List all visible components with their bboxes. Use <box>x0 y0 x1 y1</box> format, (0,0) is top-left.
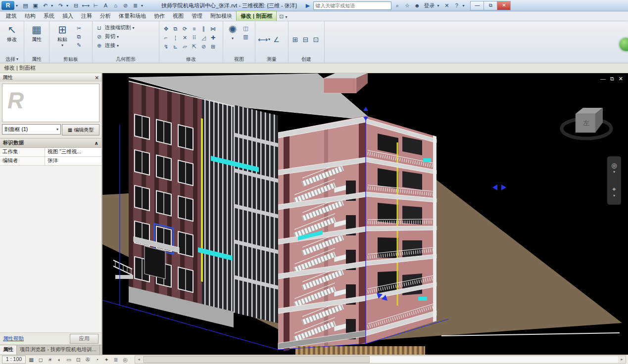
contextual-extra-tab[interactable]: ⊡ ▾ <box>277 12 290 21</box>
search-input[interactable] <box>313 1 391 10</box>
properties-help-link[interactable]: 属性帮助 <box>3 335 24 342</box>
detail-level-icon[interactable]: ▦ <box>27 356 35 364</box>
exchange-apps-icon[interactable]: ✕ <box>442 1 451 10</box>
edit-type-button[interactable]: ▦ 编辑类型 <box>62 124 99 136</box>
scroll-right-icon[interactable]: ▸ <box>618 356 626 363</box>
apply-button[interactable]: 应用 <box>70 334 98 344</box>
help-icon[interactable]: ? <box>452 1 461 10</box>
scale-icon[interactable]: ◿ <box>199 34 208 42</box>
tab-insert[interactable]: 插入 <box>58 11 77 21</box>
shadows-icon[interactable]: ◐ <box>55 356 63 364</box>
reveal-hidden-icon[interactable]: ✦ <box>102 356 110 364</box>
align-icon[interactable]: ≡ <box>190 25 198 33</box>
steering-wheel-icon[interactable]: ◎▾ <box>611 162 617 175</box>
viewport-minimize-button[interactable]: — <box>600 76 606 82</box>
app-menu-dropdown-icon[interactable]: ▾ <box>16 3 20 8</box>
undo-icon[interactable]: ↶ <box>41 1 49 10</box>
zoom-tool-icon[interactable]: ⌖▾ <box>612 186 616 199</box>
help-dropdown-icon[interactable]: ▾ <box>462 3 466 8</box>
forward-icon[interactable]: ▶ <box>303 1 312 10</box>
properties-toggle-button[interactable]: ▦ 属性 <box>27 23 47 43</box>
split-icon[interactable]: ¦ <box>171 34 180 42</box>
panel-label-select[interactable]: 选择▾ <box>0 55 24 63</box>
tab-architecture[interactable]: 建筑 <box>2 11 21 21</box>
tab-project-browser[interactable]: 项目浏览器 - 技师学院机电培训... <box>17 345 100 355</box>
thin-lines-icon[interactable]: ≣ <box>131 1 140 10</box>
match-type-icon[interactable]: ✎ <box>75 41 83 49</box>
worksharing-display-icon[interactable]: ✇ <box>84 356 92 364</box>
rotate-icon[interactable]: ⟳ <box>181 25 189 33</box>
tab-properties-palette[interactable]: 属性 <box>0 345 17 355</box>
displace-elements-icon[interactable]: ▥ <box>242 33 250 41</box>
undo-dropdown-icon[interactable]: ▾ <box>51 3 55 8</box>
temporary-hide-icon[interactable]: ◔ <box>93 356 101 364</box>
sun-path-icon[interactable]: ☀ <box>46 356 54 364</box>
sign-in-dropdown-icon[interactable]: ▾ <box>437 3 441 8</box>
copy-icon[interactable]: ⧉ <box>171 25 180 33</box>
tab-modify-section-box[interactable]: 修改 | 剖面框 <box>236 11 277 21</box>
default-3d-view-icon[interactable]: ⌂ <box>111 1 120 10</box>
print-icon[interactable]: ⊟ <box>72 1 80 10</box>
minimize-button[interactable]: — <box>470 1 484 10</box>
array-icon[interactable]: ⠿ <box>190 34 198 42</box>
save-icon[interactable]: ▣ <box>31 1 40 10</box>
tab-massing-site[interactable]: 体量和场地 <box>115 11 150 21</box>
unpin-icon[interactable]: ↯ <box>162 43 170 50</box>
tab-structure[interactable]: 结构 <box>21 11 40 21</box>
constraints-icon[interactable]: ◎ <box>121 356 129 364</box>
crop-region-icon[interactable]: ▭ <box>65 356 73 364</box>
delete-icon[interactable]: ✕ <box>181 34 189 42</box>
paint-icon[interactable]: ▱ <box>181 43 189 50</box>
measure-dropdown-icon[interactable]: ▾ <box>268 37 270 42</box>
cut-geometry-button[interactable]: ⊘ 剪切 ▾ <box>95 32 156 41</box>
search-icon[interactable]: ⌕ <box>393 1 401 10</box>
application-menu-button[interactable]: R <box>1 1 14 10</box>
measure-icon[interactable]: ⟷ <box>82 1 90 10</box>
scrollbar-thumb[interactable] <box>143 356 370 363</box>
panel-label-properties[interactable]: 属性 <box>24 55 49 63</box>
copy-to-clipboard-icon[interactable]: ⧉ <box>75 33 83 41</box>
angle-dimension-icon[interactable]: ∠ <box>272 36 281 44</box>
pin-icon[interactable]: ✚ <box>209 34 217 42</box>
move-icon[interactable]: ✥ <box>162 25 170 33</box>
customize-qat-dropdown-icon[interactable]: ▾ <box>141 3 145 8</box>
close-button[interactable]: ✕ <box>497 1 511 10</box>
analytical-model-icon[interactable]: ≣ <box>112 356 120 364</box>
trim-icon[interactable]: ⌐ <box>162 34 170 42</box>
3d-model-canvas[interactable] <box>102 73 628 355</box>
cut-to-clipboard-icon[interactable]: ✂ <box>75 24 83 32</box>
modify-tool-button[interactable]: ↖ 修改 <box>2 23 21 43</box>
join-geometry-button[interactable]: ⊕ 连接 ▾ <box>95 41 156 50</box>
mirror-icon[interactable]: ⋈ <box>209 25 217 33</box>
tab-addins[interactable]: 附加模块 <box>206 11 236 21</box>
viewcube[interactable]: 左 <box>559 99 614 145</box>
favorites-star-icon[interactable]: ☆ <box>403 1 411 10</box>
text-note-icon[interactable]: A <box>101 1 110 10</box>
scale-button[interactable]: 1 : 100 <box>2 356 26 364</box>
drawing-area[interactable]: — ⧉ ✕ 左 ◎▾ ⌖▾ <box>102 73 628 355</box>
offset-icon[interactable]: ∥ <box>199 25 208 33</box>
aligned-dimension-icon[interactable]: ⊢ <box>92 1 100 10</box>
user-icon[interactable]: ☻ <box>413 1 421 10</box>
measure-tool-icon[interactable]: ⟷ <box>258 36 266 44</box>
scroll-left-icon[interactable]: ◂ <box>135 356 143 363</box>
viewport-restore-button[interactable]: ⧉ <box>610 76 614 82</box>
identity-data-header[interactable]: 标识数据 ∧ <box>0 138 101 148</box>
fillet-icon[interactable]: ⊾ <box>171 43 180 50</box>
visual-style-icon[interactable]: ◻ <box>37 356 45 364</box>
override-graphics-icon[interactable]: ◫ <box>242 24 250 32</box>
viewport-close-button[interactable]: ✕ <box>619 76 623 82</box>
tab-view[interactable]: 视图 <box>169 11 188 21</box>
cut-profile-icon[interactable]: ⊘ <box>199 43 208 50</box>
tab-collaborate[interactable]: 协作 <box>150 11 169 21</box>
redo-icon[interactable]: ↷ <box>56 1 65 10</box>
tab-annotate[interactable]: 注释 <box>77 11 96 21</box>
communication-center-icon[interactable] <box>620 38 628 51</box>
cope-button[interactable]: ⊔ 连接端切割 ▾ <box>95 23 156 32</box>
property-row-edited-by[interactable]: 编辑者 张洋 <box>0 157 101 166</box>
create-group-icon[interactable]: ⊞ <box>209 43 217 50</box>
horizontal-scrollbar[interactable]: ◂ ▸ <box>135 356 626 364</box>
tab-manage[interactable]: 管理 <box>188 11 206 21</box>
extend-icon[interactable]: ⇱ <box>190 43 198 50</box>
sign-in-label[interactable]: 登录 <box>424 2 435 9</box>
